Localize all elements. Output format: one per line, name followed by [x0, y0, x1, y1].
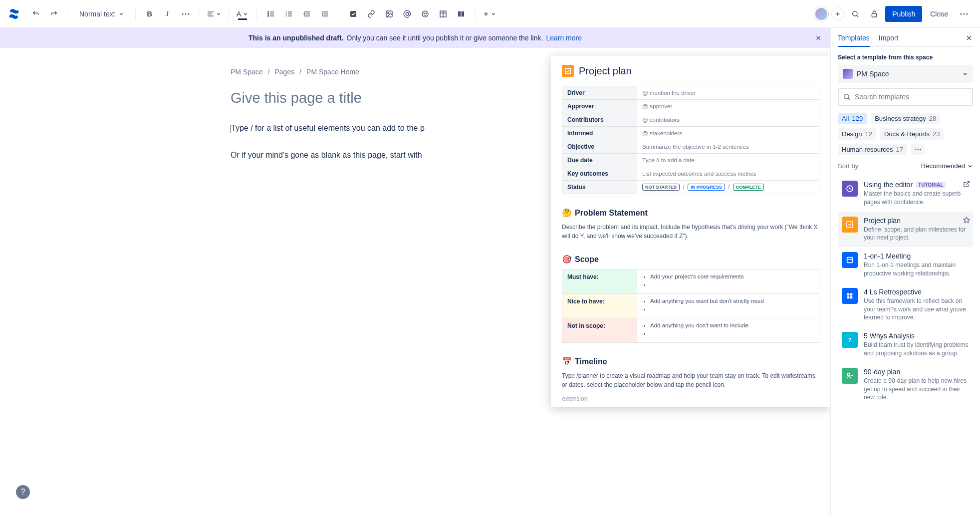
category-chip[interactable]: Docs & Reports23 — [880, 128, 944, 140]
image-button[interactable] — [381, 6, 397, 22]
template-item[interactable]: 4 Ls Retrospective Use this framework to… — [838, 283, 973, 327]
svg-point-26 — [387, 12, 389, 13]
tab-templates[interactable]: Templates — [838, 34, 870, 46]
svg-marker-59 — [964, 217, 970, 223]
panel-close-button[interactable] — [965, 34, 973, 46]
emoji-button[interactable] — [417, 6, 433, 22]
help-button[interactable]: ? — [16, 485, 30, 499]
user-avatar[interactable] — [814, 7, 828, 21]
outdent-button[interactable] — [299, 6, 315, 22]
meta-value: Summarize the objective in 1-2 sentences — [637, 140, 819, 154]
template-description: Master the basics and create superb page… — [864, 190, 969, 207]
numbered-list-button[interactable]: 123 — [281, 6, 297, 22]
breadcrumb-space[interactable]: PM Space — [231, 68, 263, 76]
template-icon: ? — [842, 332, 858, 348]
bullet-list-button[interactable] — [263, 6, 279, 22]
popout-icon[interactable] — [963, 181, 970, 188]
close-icon — [815, 34, 822, 41]
insert-more-button[interactable] — [482, 6, 497, 22]
draft-banner: This is an unpublished draft. Only you c… — [0, 28, 830, 48]
target-emoji-icon: 🎯 — [562, 255, 572, 264]
undo-button[interactable] — [28, 6, 44, 22]
banner-text: Only you can see it until you publish it… — [347, 34, 543, 42]
template-search[interactable] — [838, 88, 973, 106]
meta-value: List expected outcomes and success metri… — [637, 167, 819, 181]
svg-point-43 — [961, 13, 962, 14]
template-search-input[interactable] — [855, 93, 968, 101]
svg-point-28 — [422, 11, 428, 17]
category-chip[interactable]: Design12 — [838, 128, 876, 140]
tab-import[interactable]: Import — [879, 34, 899, 46]
publish-button[interactable]: Publish — [885, 6, 922, 22]
svg-point-10 — [267, 15, 268, 16]
breadcrumb-home[interactable]: PM Space Home — [306, 68, 359, 76]
meta-key: Informed — [562, 127, 637, 140]
svg-point-29 — [424, 13, 424, 13]
indent-button[interactable] — [317, 6, 333, 22]
template-item[interactable]: ? 5 Whys Analysis Build team trust by id… — [838, 327, 973, 363]
svg-point-1 — [185, 13, 186, 14]
table-button[interactable] — [435, 6, 451, 22]
invite-button[interactable] — [831, 7, 844, 20]
select-template-label: Select a template from this space — [838, 54, 973, 61]
svg-point-2 — [188, 13, 189, 14]
template-icon — [842, 252, 858, 268]
template-title: Project plan — [864, 217, 901, 225]
template-description: Define, scope, and plan milestones for y… — [864, 226, 969, 243]
category-chip[interactable]: All129 — [838, 113, 867, 124]
sort-selector[interactable]: Recommended — [921, 162, 973, 170]
svg-text:?: ? — [848, 337, 852, 343]
meta-key: Contributors — [562, 113, 637, 127]
status-cell: NOT STARTED / IN PROGRESS / COMPLETE — [637, 181, 819, 194]
redo-button[interactable] — [46, 6, 62, 22]
tutorial-badge: TUTORIAL — [916, 182, 946, 188]
template-description: Build team trust by identifying problems… — [864, 341, 969, 358]
templates-panel: Templates Import Select a template from … — [830, 28, 980, 515]
template-item[interactable]: 1-on-1 Meeting Run 1-on-1 meetings and m… — [838, 247, 973, 283]
breadcrumb-pages[interactable]: Pages — [274, 68, 294, 76]
bold-button[interactable]: B — [142, 6, 158, 22]
mention-button[interactable] — [399, 6, 415, 22]
banner-close-button[interactable] — [812, 32, 824, 44]
svg-point-55 — [920, 149, 921, 150]
category-chip[interactable]: Human resources17 — [838, 144, 907, 155]
meta-value: @ stakeholders — [637, 127, 819, 140]
template-title: 5 Whys Analysis — [864, 332, 915, 340]
action-item-button[interactable] — [345, 6, 361, 22]
more-categories-button[interactable] — [911, 144, 925, 155]
meta-key: Key outcomes — [562, 167, 637, 181]
category-chip[interactable]: Business strategy28 — [871, 113, 940, 124]
template-item[interactable]: Project plan Define, scope, and plan mil… — [838, 212, 973, 248]
svg-point-51 — [844, 94, 849, 99]
svg-line-52 — [848, 98, 850, 100]
template-description: Create a 90-day plan to help new hires g… — [864, 377, 969, 402]
layouts-button[interactable] — [453, 6, 469, 22]
svg-rect-63 — [850, 293, 853, 295]
confluence-logo-icon[interactable] — [8, 8, 20, 20]
text-style-dropdown[interactable]: Normal text — [74, 6, 129, 22]
star-icon[interactable] — [963, 217, 970, 224]
text-color-button[interactable]: A — [235, 6, 250, 22]
template-item[interactable]: 90-day plan Create a 90-day plan to help… — [838, 363, 973, 407]
svg-point-53 — [915, 149, 916, 150]
restrictions-button[interactable] — [866, 6, 882, 22]
italic-button[interactable]: I — [160, 6, 176, 22]
align-button[interactable] — [206, 6, 222, 22]
template-title: 1-on-1 Meeting — [864, 252, 911, 260]
search-button[interactable] — [847, 6, 863, 22]
preview-title: Project plan — [579, 65, 632, 77]
close-button[interactable]: Close — [925, 6, 953, 22]
more-actions-button[interactable] — [956, 6, 972, 22]
template-icon — [842, 217, 858, 233]
link-button[interactable] — [363, 6, 379, 22]
template-description: Run 1-on-1 meetings and maintain product… — [864, 261, 969, 278]
space-selector[interactable]: PM Space — [838, 65, 973, 83]
svg-point-44 — [964, 13, 965, 14]
template-item[interactable]: Using the editorTUTORIAL Master the basi… — [838, 176, 973, 212]
template-list: Using the editorTUTORIAL Master the basi… — [838, 176, 973, 407]
more-formatting-button[interactable] — [178, 6, 194, 22]
banner-learn-more-link[interactable]: Learn more — [546, 34, 582, 42]
meta-key: Due date — [562, 154, 637, 167]
svg-point-40 — [853, 11, 857, 15]
svg-rect-64 — [847, 296, 850, 298]
